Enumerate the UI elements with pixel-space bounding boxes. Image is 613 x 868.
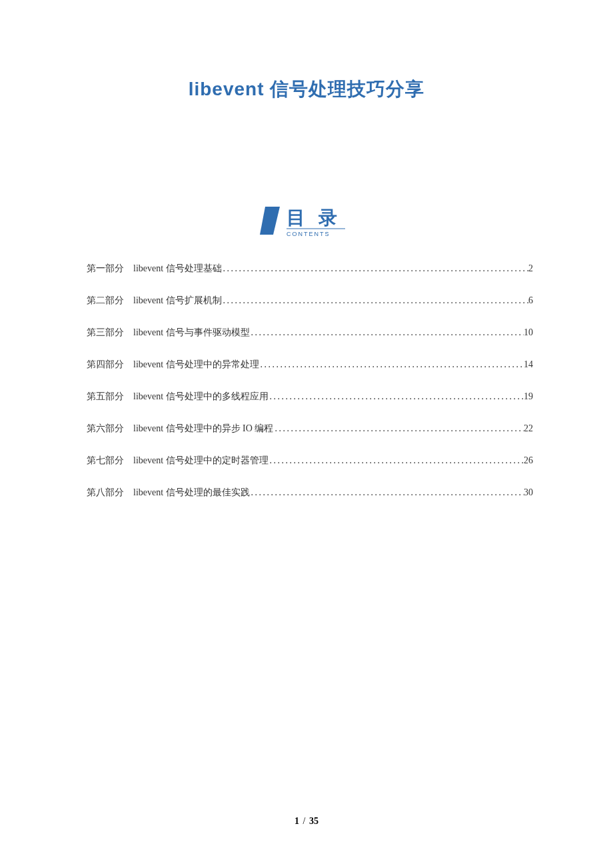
page-separator: /	[303, 816, 306, 826]
toc-leader-dots	[259, 359, 524, 370]
total-pages: 35	[309, 816, 318, 826]
toc-page-number: 19	[524, 391, 533, 402]
toc-page-number: 10	[524, 327, 533, 338]
toc-leader-dots	[269, 391, 524, 402]
toc-page-number: 30	[524, 487, 533, 498]
toc-part-label: 第二部分	[87, 295, 124, 307]
toc-page-number: 6	[528, 295, 533, 306]
toc-leader-dots	[222, 263, 528, 274]
toc-entry-title: libevent 信号处理基础	[133, 263, 222, 275]
toc-page-number: 2	[528, 263, 533, 274]
toc-leader-dots	[222, 295, 528, 306]
toc-entry-title: libevent 信号扩展机制	[133, 295, 222, 307]
document-page: libevent 信号处理技巧分享 目 录 CONTENTS 第一部分 libe…	[0, 0, 613, 868]
toc-page-number: 26	[524, 455, 533, 466]
toc-part-label: 第七部分	[87, 455, 124, 467]
toc-leader-dots	[250, 327, 524, 338]
toc-part-label: 第一部分	[87, 263, 124, 275]
toc-subheading-text: CONTENTS	[287, 231, 330, 237]
toc-part-label: 第八部分	[87, 487, 124, 499]
toc-page-number: 22	[524, 423, 533, 434]
toc-list: 第一部分 libevent 信号处理基础 2 第二部分 libevent 信号扩…	[80, 263, 533, 499]
toc-leader-dots	[273, 423, 524, 434]
toc-entry-title: libevent 信号处理中的异常处理	[133, 359, 259, 371]
toc-entry-title: libevent 信号处理的最佳实践	[133, 487, 250, 499]
toc-heading-text: 目 录	[287, 207, 341, 228]
toc-entry-title: libevent 信号处理中的多线程应用	[133, 391, 269, 403]
toc-entry[interactable]: 第八部分 libevent 信号处理的最佳实践 30	[87, 487, 533, 499]
toc-entry[interactable]: 第五部分 libevent 信号处理中的多线程应用 19	[87, 391, 533, 403]
toc-leader-dots	[269, 455, 524, 466]
toc-entry[interactable]: 第一部分 libevent 信号处理基础 2	[87, 263, 533, 275]
toc-entry[interactable]: 第二部分 libevent 信号扩展机制 6	[87, 295, 533, 307]
current-page: 1	[295, 816, 299, 826]
contents-icon: 目 录 CONTENTS	[260, 205, 353, 240]
page-footer: 1 / 35	[0, 816, 613, 827]
document-title: libevent 信号处理技巧分享	[80, 77, 533, 102]
toc-entry-title: libevent 信号与事件驱动模型	[133, 327, 250, 339]
toc-header: 目 录 CONTENTS	[80, 205, 533, 240]
toc-part-label: 第四部分	[87, 359, 124, 371]
toc-entry-title: libevent 信号处理中的异步 IO 编程	[133, 423, 273, 435]
toc-part-label: 第三部分	[87, 327, 124, 339]
toc-part-label: 第五部分	[87, 391, 124, 403]
toc-page-number: 14	[524, 359, 533, 370]
toc-leader-dots	[250, 487, 524, 498]
toc-entry[interactable]: 第六部分 libevent 信号处理中的异步 IO 编程 22	[87, 423, 533, 435]
toc-entry[interactable]: 第四部分 libevent 信号处理中的异常处理 14	[87, 359, 533, 371]
toc-entry[interactable]: 第七部分 libevent 信号处理中的定时器管理 26	[87, 455, 533, 467]
toc-entry[interactable]: 第三部分 libevent 信号与事件驱动模型 10	[87, 327, 533, 339]
toc-part-label: 第六部分	[87, 423, 124, 435]
svg-marker-0	[260, 207, 280, 235]
toc-entry-title: libevent 信号处理中的定时器管理	[133, 455, 269, 467]
